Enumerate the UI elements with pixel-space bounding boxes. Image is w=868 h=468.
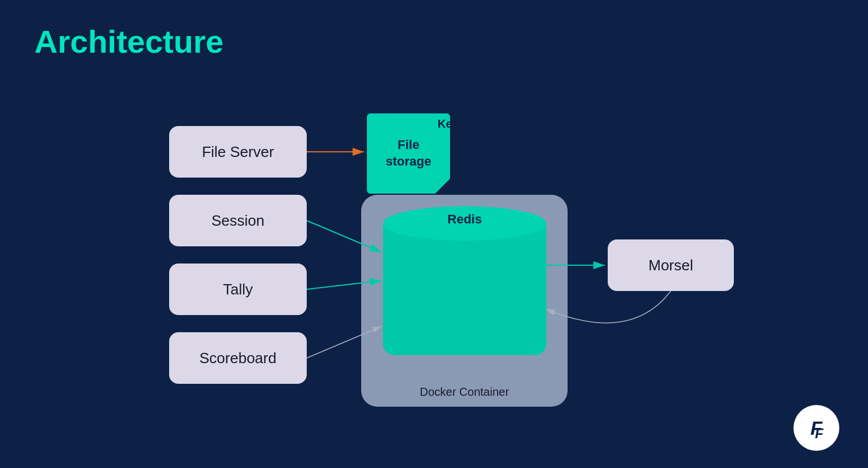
box-session: Session [169,195,307,246]
company-logo: F F [793,405,839,451]
redis-label: Redis [448,212,482,227]
divider-1 [383,69,546,70]
redis-cylinder: Redis [383,206,546,355]
morsel-box: Morsel [608,239,734,291]
file-storage-text: Filestorage [386,137,431,170]
page-title: Architecture [34,23,224,60]
box-fileserver: File Server [169,126,307,178]
cylinder-body [383,223,546,355]
docker-label: Docker Container [420,386,509,399]
logo-icon: F F [799,411,834,445]
box-tally: Tally [169,264,307,315]
svg-text:F: F [815,426,824,441]
box-scoreboard: Scoreboard [169,332,307,384]
divider-2 [383,112,546,113]
pubsub-label: Pubsub [383,74,546,88]
keyvalue-label: Key/Value [383,117,546,131]
